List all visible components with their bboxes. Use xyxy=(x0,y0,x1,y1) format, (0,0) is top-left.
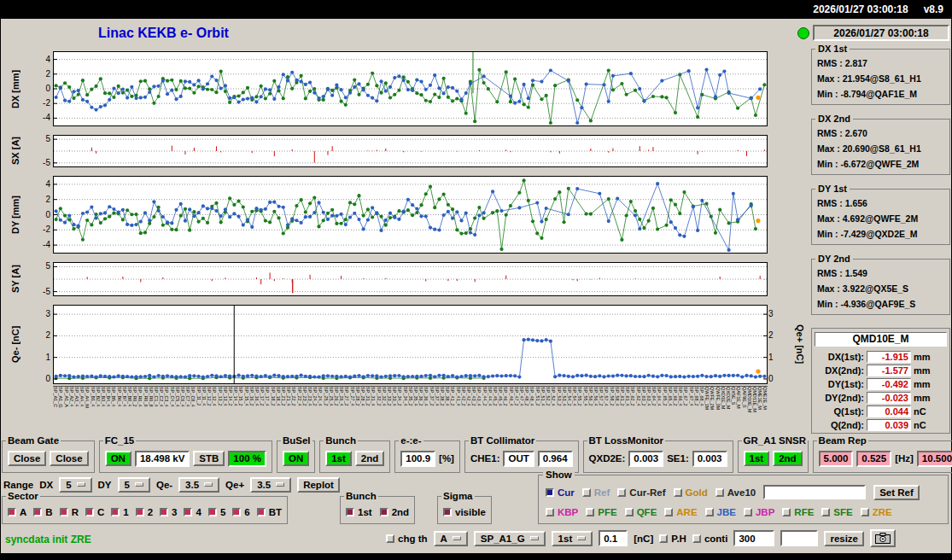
region-kbp-checkbox[interactable]: KBP xyxy=(546,507,578,517)
range-row: Range DX5DY5Qe-3.5Qe+3.5 Replot xyxy=(3,475,340,493)
menu-indicator-icon xyxy=(276,482,284,487)
button-close[interactable]: Close xyxy=(50,451,88,466)
menu-indicator-icon xyxy=(577,536,586,540)
stats-box-caption: DY 1st xyxy=(815,184,850,194)
ref-file-input[interactable] xyxy=(763,485,866,499)
show-cur-checkbox[interactable]: Cur xyxy=(546,487,575,498)
region-are-checkbox[interactable]: ARE xyxy=(664,507,697,517)
stats-line: Min : -6.672@QWFE_2M xyxy=(817,156,947,172)
bunch-menu[interactable]: 1st xyxy=(552,531,593,546)
y-tick-label: -4 xyxy=(32,114,50,122)
button-2nd[interactable]: 2nd xyxy=(773,451,802,466)
replot-button[interactable]: Replot xyxy=(297,477,340,493)
plot-sx: 5-5SX [A] xyxy=(53,135,768,167)
conti-checkbox[interactable]: conti xyxy=(692,534,727,544)
region-jbp-checkbox[interactable]: JBP xyxy=(744,507,774,517)
range-qe-menu[interactable]: 3.5 xyxy=(250,477,291,493)
aux-input[interactable] xyxy=(780,530,818,546)
status-lamp-icon xyxy=(797,27,809,39)
sector-2-checkbox[interactable]: 2 xyxy=(136,507,153,517)
range-dx-menu[interactable]: 5 xyxy=(59,477,91,493)
sector-caption: Sector xyxy=(6,491,40,501)
menu-indicator-icon xyxy=(204,482,213,487)
monitor-row: Q(1st):0.044nC xyxy=(815,405,947,418)
checkbox-label: 1st xyxy=(358,507,372,517)
button-1st[interactable]: 1st xyxy=(744,451,770,466)
y-tick-label: 2 xyxy=(768,331,787,340)
chg-th-checkbox[interactable]: chg th xyxy=(386,534,428,544)
y-tick-label: 0 xyxy=(32,211,50,219)
button-on[interactable]: ON xyxy=(283,451,309,466)
button-2nd[interactable]: 2nd xyxy=(355,451,384,466)
button-on[interactable]: ON xyxy=(105,451,131,466)
group-caption: Bunch xyxy=(324,435,358,446)
checkbox-label: R xyxy=(72,507,79,517)
region-sfe-checkbox[interactable]: SFE xyxy=(821,507,852,517)
monitor-panel: QMD10E_M DX(1st):-1.915mmDX(2nd):-1.577m… xyxy=(811,328,950,434)
group-caption: Beam Rep xyxy=(817,435,868,446)
region-zre-checkbox[interactable]: ZRE xyxy=(861,507,892,517)
show-cur-ref-checkbox[interactable]: Cur-Ref xyxy=(617,487,665,498)
range-dy-menu[interactable]: 5 xyxy=(118,477,150,493)
region-pfe-checkbox[interactable]: PFE xyxy=(586,507,616,517)
plot-dy: 420-2-4DY [mm] xyxy=(53,176,768,254)
sector-menu-value: A xyxy=(441,534,447,544)
device-menu[interactable]: SP_A1_G xyxy=(474,531,546,546)
label-hz: [Hz] xyxy=(895,453,914,464)
screenshot-button[interactable] xyxy=(870,529,896,547)
stats-box-dy-2nd: DY 2ndRMS : 1.549Max : 3.922@QX5E_SMin :… xyxy=(811,259,950,315)
sector-menu[interactable]: A xyxy=(434,531,468,546)
interval-input[interactable] xyxy=(733,530,774,546)
button-stb[interactable]: STB xyxy=(193,451,225,466)
checkbox-indicator xyxy=(232,508,241,516)
checkbox-label: QFE xyxy=(637,507,657,517)
group-caption: FC_15 xyxy=(103,435,137,446)
show-gold-checkbox[interactable]: Gold xyxy=(674,487,708,498)
bunch-1st-checkbox[interactable]: 1st xyxy=(346,507,372,517)
checkbox-indicator xyxy=(625,508,634,516)
bunch-select-caption: Bunch xyxy=(344,491,378,501)
sector-6-checkbox[interactable]: 6 xyxy=(232,507,249,517)
monitor-row-value: 0.044 xyxy=(867,405,911,417)
checkbox-indicator xyxy=(8,508,16,516)
sector-3-checkbox[interactable]: 3 xyxy=(160,507,177,517)
monitor-row-unit: mm xyxy=(914,352,931,362)
device-menu-value: SP_A1_G xyxy=(481,534,525,544)
sector-5-checkbox[interactable]: 5 xyxy=(208,507,225,517)
y-tick-label: 0 xyxy=(32,85,50,93)
set-ref-button[interactable]: Set Ref xyxy=(873,485,920,500)
ph-checkbox[interactable]: P.H xyxy=(659,534,686,544)
region-jbe-checkbox[interactable]: JBE xyxy=(705,507,736,517)
sector-1-checkbox[interactable]: 1 xyxy=(111,507,128,517)
sector-4-checkbox[interactable]: 4 xyxy=(184,507,201,517)
checkbox-indicator xyxy=(821,508,830,516)
sector-bt-checkbox[interactable]: BT xyxy=(257,507,282,517)
menu-indicator-icon xyxy=(135,482,143,487)
bunch-2nd-checkbox[interactable]: 2nd xyxy=(380,507,409,517)
resize-button[interactable]: resize xyxy=(824,531,864,546)
checkbox-indicator xyxy=(586,508,594,516)
region-rfe-checkbox[interactable]: RFE xyxy=(782,507,814,517)
range-qe-value: 3.5 xyxy=(257,480,271,490)
button-close[interactable]: Close xyxy=(8,451,46,466)
checkbox-label: Ave10 xyxy=(727,487,756,498)
show-ave10-checkbox[interactable]: Ave10 xyxy=(715,487,756,498)
threshold-input[interactable] xyxy=(599,530,628,546)
sector-c-checkbox[interactable]: C xyxy=(85,507,104,517)
stats-box-dx-1st: DX 1stRMS : 2.817Max : 21.954@S8_61_H1Mi… xyxy=(811,49,950,105)
range-qe-menu[interactable]: 3.5 xyxy=(178,477,219,493)
sector-a-checkbox[interactable]: A xyxy=(8,507,26,517)
stats-line: Min : -4.936@QAF9E_S xyxy=(817,296,947,312)
show-ref-checkbox[interactable]: Ref xyxy=(582,487,610,498)
checkbox-label: 1 xyxy=(123,507,128,517)
checkbox-label: Cur-Ref xyxy=(629,487,665,498)
conti-label: conti xyxy=(704,534,727,544)
sector-r-checkbox[interactable]: R xyxy=(60,507,79,517)
group-busel: BuSelON xyxy=(277,440,315,473)
sector-b-checkbox[interactable]: B xyxy=(33,507,52,517)
sigma-visible-checkbox[interactable]: visible xyxy=(443,507,486,517)
button-1st[interactable]: 1st xyxy=(325,451,352,466)
region-qfe-checkbox[interactable]: QFE xyxy=(625,507,657,517)
y-tick-label: 0 xyxy=(768,375,787,383)
y-tick-label: -2 xyxy=(32,225,50,234)
